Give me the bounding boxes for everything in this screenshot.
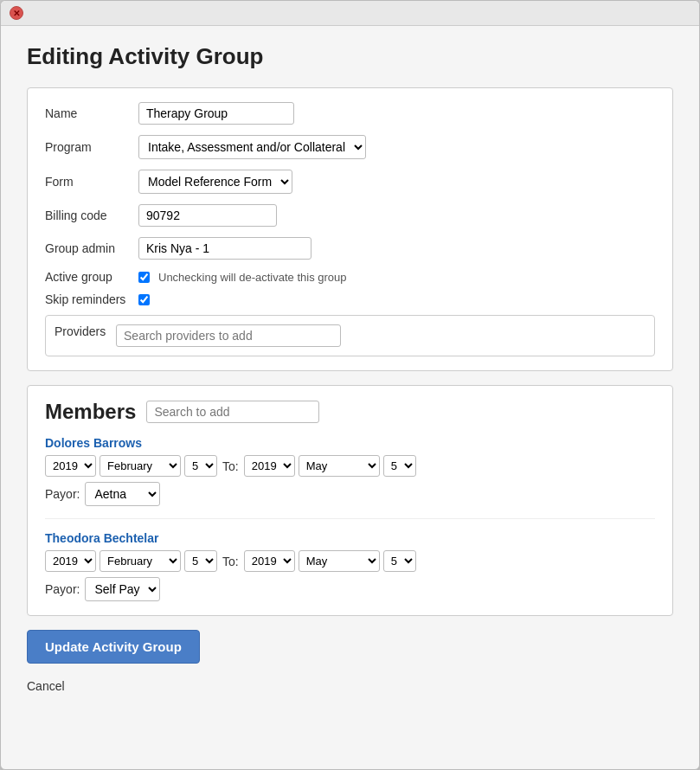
member-dolores-from-year[interactable]: 20172018201920202021 [45,455,96,477]
to-label-theodora: To: [222,555,239,568]
dialog-content: Editing Activity Group Name Program Inta… [1,26,699,724]
member-dolores-to-month[interactable]: JanuaryFebruaryMarchAprilMayJuneJulyAugu… [299,455,380,477]
member-dolores-from-month[interactable]: JanuaryFebruaryMarchAprilMayJuneJulyAugu… [100,455,181,477]
program-select[interactable]: Intake, Assessment and/or Collateral [138,135,366,159]
providers-box: Providers [45,315,655,356]
form-label: Form [45,175,132,189]
active-group-hint: Unchecking will de-activate this group [158,271,347,284]
members-section: Members Dolores Barrows 2017201820192020… [27,385,673,616]
program-label: Program [45,140,132,154]
name-row: Name [45,102,655,125]
members-title: Members [45,400,136,424]
billing-code-label: Billing code [45,209,132,222]
main-form-section: Name Program Intake, Assessment and/or C… [27,87,673,371]
form-select[interactable]: Model Reference Form [138,170,292,194]
name-label: Name [45,106,132,120]
form-row: Form Model Reference Form [45,170,655,194]
active-group-label: Active group [45,270,132,284]
member-theodora-to-day[interactable]: 1234567 [383,550,416,572]
payor-label-theodora: Payor: [45,582,80,596]
member-theodora-payor-select[interactable]: Aetna Self Pay Other [85,577,160,601]
providers-search-input[interactable] [116,324,341,347]
member-dolores-to-year[interactable]: 20172018201920202021 [244,455,295,477]
member-dolores-to-day[interactable]: 1234567 [383,455,416,477]
close-button[interactable]: ✕ [10,6,23,20]
member-theodora-name[interactable]: Theodora Bechtelar [45,531,655,545]
member-theodora-to-month[interactable]: JanuaryFebruaryMarchAprilMayJuneJulyAugu… [299,550,380,572]
member-theodora-from-day[interactable]: 1234567 [184,550,217,572]
page-title: Editing Activity Group [27,43,673,70]
program-row: Program Intake, Assessment and/or Collat… [45,135,655,159]
to-label-dolores: To: [222,459,239,473]
update-activity-group-button[interactable]: Update Activity Group [27,630,200,664]
group-admin-row: Group admin [45,237,655,260]
member-dolores-date-row: 20172018201920202021 JanuaryFebruaryMarc… [45,455,655,477]
group-admin-input[interactable] [138,237,311,260]
name-input[interactable] [138,102,294,125]
dialog-window: ✕ Editing Activity Group Name Program In… [0,0,700,770]
members-search-input[interactable] [146,401,319,423]
member-theodora-block: Theodora Bechtelar 20172018201920202021 … [45,531,655,601]
members-header: Members [45,400,655,424]
skip-reminders-row: Skip reminders [45,292,655,306]
member-dolores-name[interactable]: Dolores Barrows [45,436,655,450]
member-theodora-date-row: 20172018201920202021 JanuaryFebruaryMarc… [45,550,655,572]
member-dolores-payor-select[interactable]: Aetna Self Pay Other [85,482,160,506]
member-theodora-from-year[interactable]: 20172018201920202021 [45,550,96,572]
payor-label-dolores: Payor: [45,487,80,501]
title-bar: ✕ [1,1,699,26]
billing-code-row: Billing code [45,204,655,227]
skip-reminders-checkbox[interactable] [138,294,150,305]
cancel-button[interactable]: Cancel [27,674,65,698]
providers-label: Providers [55,324,106,338]
member-theodora-payor-row: Payor: Aetna Self Pay Other [45,577,655,601]
member-dolores-from-day[interactable]: 1234567 [184,455,217,477]
active-group-checkbox[interactable] [138,272,150,283]
skip-reminders-label: Skip reminders [45,292,132,306]
member-dolores-payor-row: Payor: Aetna Self Pay Other [45,482,655,506]
billing-code-input[interactable] [138,204,277,227]
member-dolores-block: Dolores Barrows 20172018201920202021 Jan… [45,436,655,519]
active-group-row: Active group Unchecking will de-activate… [45,270,655,284]
group-admin-label: Group admin [45,241,132,255]
member-theodora-to-year[interactable]: 20172018201920202021 [244,550,295,572]
member-theodora-from-month[interactable]: JanuaryFebruaryMarchAprilMayJuneJulyAugu… [100,550,181,572]
